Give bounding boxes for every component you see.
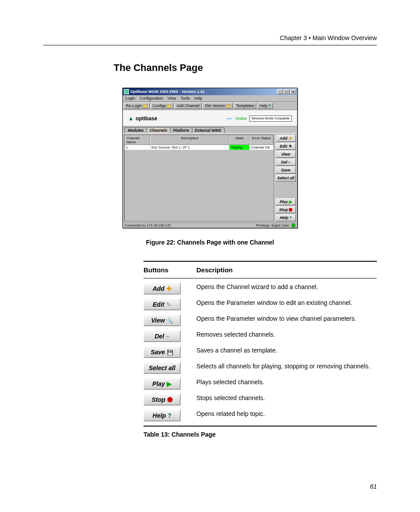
minus-icon xyxy=(166,333,169,340)
play-button[interactable]: Play▶ xyxy=(276,198,296,205)
desc-text: Opens the Parameter window to edit an ex… xyxy=(196,299,377,307)
pencil-icon xyxy=(166,301,171,308)
page-number: 61 xyxy=(370,483,377,490)
desc-text: Removes selected channels. xyxy=(196,330,377,338)
screenshot-window: Optibase MGW 2400 EMS - Version 1.41 _ □… xyxy=(122,88,298,228)
status-led-icon xyxy=(291,223,295,227)
table-area: Channel Name Description State Error Sta… xyxy=(123,133,297,223)
folder-icon xyxy=(226,104,231,108)
folder-icon xyxy=(167,104,171,108)
desc-text: Opens the Channel wizard to add a channe… xyxy=(196,283,377,291)
add-channel-button[interactable]: Add Channel xyxy=(174,103,202,109)
menu-tools[interactable]: Tools xyxy=(181,96,190,100)
view-button-graphic: View xyxy=(144,315,181,326)
table-row[interactable]: 1 Enc Source: Slot 1, I/F 1 Playing Chan… xyxy=(125,145,273,150)
add-button[interactable]: Add✚ xyxy=(276,135,296,142)
cell-error-status: Channel OK xyxy=(250,145,273,150)
desc-row-add: Add Opens the Channel wizard to add a ch… xyxy=(144,278,377,294)
tab-modules[interactable]: Modules xyxy=(125,127,147,133)
del-button-graphic: Del xyxy=(144,330,181,342)
minimize-button[interactable]: _ xyxy=(277,89,283,94)
tab-external-wms[interactable]: External WMS xyxy=(192,127,225,133)
brand-row: ▲ optibase ⟸ Online Windows Media Compat… xyxy=(123,110,297,126)
question-icon: ? xyxy=(289,215,292,220)
tab-bar: Modules Channels Platform External WMS xyxy=(123,126,297,133)
menu-help[interactable]: Help xyxy=(194,96,203,100)
stop-button[interactable]: Stop xyxy=(276,206,296,213)
desc-row-stop: Stop Stops selected channels. xyxy=(144,390,377,405)
window-title: Optibase MGW 2400 EMS - Version 1.41 xyxy=(130,89,205,94)
stop-icon xyxy=(167,397,173,402)
side-buttons: Add✚ Edit✎ View Del– Save Select all Pla… xyxy=(276,135,296,221)
play-button-graphic: Play xyxy=(144,378,181,390)
add-button-graphic: Add xyxy=(144,283,181,294)
menu-login[interactable]: Login xyxy=(125,96,135,100)
title-bar: Optibase MGW 2400 EMS - Version 1.41 _ □… xyxy=(123,88,297,95)
stop-icon xyxy=(289,208,292,211)
header-description: Description xyxy=(196,266,233,274)
help-side-button[interactable]: Help? xyxy=(276,214,296,221)
col-state[interactable]: State xyxy=(229,135,250,145)
bullet: • xyxy=(309,34,311,41)
stop-button-graphic: Stop xyxy=(144,394,181,405)
col-error-status[interactable]: Error Status xyxy=(250,135,273,145)
relogin-button[interactable]: Re-Login xyxy=(124,103,150,109)
tab-channels[interactable]: Channels xyxy=(147,127,171,133)
desc-text: Opens the Parameter window to view chann… xyxy=(196,315,377,323)
desc-table: Buttons Description Add Opens the Channe… xyxy=(144,261,377,427)
app-icon xyxy=(124,89,129,94)
templates-button[interactable]: Templates xyxy=(234,103,256,109)
select-all-button[interactable]: Select all xyxy=(276,174,296,182)
plus-icon: ✚ xyxy=(288,136,292,141)
menu-view[interactable]: View xyxy=(168,96,176,100)
status-left: Connected to 172.18.100.137 xyxy=(125,223,171,227)
play-icon: ▶ xyxy=(289,200,292,204)
online-arrow-icon: ⟸ xyxy=(227,116,232,121)
desc-text: Saves a channel as template. xyxy=(196,346,377,354)
select-all-button-graphic: Select all xyxy=(144,362,181,374)
search-icon xyxy=(167,317,173,324)
folder-icon xyxy=(143,104,147,108)
desc-row-save: Save Saves a channel as template. xyxy=(144,342,377,358)
desc-text: Selects all channels for playing, stoppi… xyxy=(196,362,377,370)
save-button[interactable]: Save xyxy=(276,167,296,174)
close-button[interactable]: × xyxy=(290,89,296,94)
pencil-icon: ✎ xyxy=(288,144,292,148)
cell-description: Enc Source: Slot 1, I/F 1 xyxy=(150,145,229,150)
col-description[interactable]: Description xyxy=(150,135,229,145)
status-bar: Connected to 172.18.100.137 Privilege: S… xyxy=(123,223,297,228)
desc-row-play: Play Plays selected channels. xyxy=(144,374,377,390)
desc-text: Stops selected channels. xyxy=(196,394,377,402)
desc-row-view: View Opens the Parameter window to view … xyxy=(144,310,377,326)
save-icon xyxy=(167,349,173,356)
cell-channel-name: 1 xyxy=(125,145,150,150)
edit-button[interactable]: Edit✎ xyxy=(276,143,296,150)
logo-icon: ▲ xyxy=(128,115,134,122)
chapter-label: Chapter 3 xyxy=(280,34,307,41)
plus-icon xyxy=(166,285,172,292)
status-right: Privilege: Super User xyxy=(256,223,289,227)
header-buttons: Buttons xyxy=(144,266,196,274)
del-button[interactable]: Del– xyxy=(276,159,296,166)
maximize-button[interactable]: □ xyxy=(284,89,290,94)
tab-platform[interactable]: Platform xyxy=(170,127,192,133)
menu-bar: Login Configuration View Tools Help xyxy=(123,95,297,102)
edit-button-graphic: Edit xyxy=(144,299,181,310)
col-channel-name[interactable]: Channel Name xyxy=(125,135,150,145)
help-button-graphic: Help xyxy=(144,410,181,421)
desc-row-help: Help Opens related help topic. xyxy=(144,405,377,427)
channel-grid: Channel Name Description State Error Sta… xyxy=(124,135,274,221)
brand-label: optibase xyxy=(136,115,157,122)
minus-icon: – xyxy=(288,160,291,164)
desc-row-select-all: Select all Selects all channels for play… xyxy=(144,358,377,374)
figure-caption: Figure 22: Channels Page with one Channe… xyxy=(43,239,377,246)
help-button[interactable]: Help? xyxy=(257,103,273,109)
sw-version-button[interactable]: SW Version xyxy=(203,103,233,109)
desc-table-header: Buttons Description xyxy=(144,261,377,278)
view-button[interactable]: View xyxy=(276,151,296,158)
configs-button[interactable]: Configs xyxy=(151,103,174,109)
question-icon: ? xyxy=(269,104,271,108)
menu-configuration[interactable]: Configuration xyxy=(140,96,163,100)
section-label: Main Window Overview xyxy=(313,34,377,41)
question-icon xyxy=(168,412,172,419)
